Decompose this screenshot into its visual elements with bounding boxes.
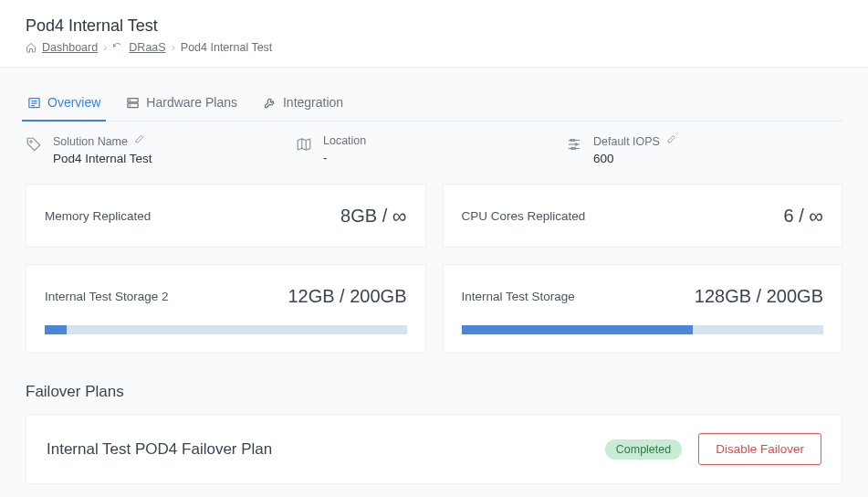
card-label: Internal Test Storage 2 [45, 290, 169, 303]
breadcrumb-separator: › [103, 41, 107, 54]
page-header: Pod4 Internal Test Dashboard › DRaaS › P… [0, 0, 868, 68]
edit-icon[interactable] [133, 134, 144, 148]
failover-plan-name: Internal Test POD4 Failover Plan [47, 440, 272, 459]
stats-grid: Memory Replicated 8GB / ∞ CPU Cores Repl… [26, 184, 842, 354]
failover-plans-title: Failover Plans [26, 383, 842, 401]
info-location: Location - [296, 134, 566, 165]
card-value: 12GB / 200GB [288, 286, 406, 307]
status-badge: Completed [605, 439, 682, 460]
card-value: 6 / ∞ [784, 204, 823, 227]
breadcrumb: Dashboard › DRaaS › Pod4 Internal Test [26, 41, 842, 54]
home-icon [26, 42, 37, 53]
failover-plan-actions: Completed Disable Failover [605, 433, 821, 465]
progress-fill [45, 325, 67, 334]
refresh-icon [112, 42, 123, 53]
breadcrumb-separator: › [172, 41, 175, 54]
svg-point-7 [130, 105, 131, 106]
breadcrumb-current: Pod4 Internal Test [181, 41, 273, 54]
overview-info-row: Solution Name Pod4 Internal Test Locatio… [26, 134, 842, 165]
abacus-icon [566, 134, 582, 155]
tab-overview[interactable]: Overview [26, 86, 102, 121]
progress-bar [462, 325, 824, 334]
info-label: Location [323, 134, 366, 147]
tab-label: Overview [47, 95, 100, 110]
svg-point-13 [573, 139, 575, 141]
info-default-iops: Default IOPS 600 [566, 134, 836, 165]
svg-point-12 [570, 139, 572, 141]
list-icon [27, 96, 41, 110]
map-icon [296, 134, 312, 155]
svg-point-8 [30, 141, 32, 143]
svg-point-15 [571, 147, 573, 149]
failover-plan-card: Internal Test POD4 Failover Plan Complet… [26, 414, 842, 484]
card-label: CPU Cores Replicated [462, 209, 586, 223]
progress-bar [45, 325, 407, 334]
info-value: - [323, 151, 366, 164]
card-internal-test-storage-2: Internal Test Storage 2 12GB / 200GB [26, 264, 426, 354]
breadcrumb-dashboard-link[interactable]: Dashboard [42, 41, 98, 54]
svg-point-14 [575, 143, 577, 145]
server-icon [126, 96, 140, 110]
card-memory-replicated: Memory Replicated 8GB / ∞ [26, 184, 426, 248]
page-title: Pod4 Internal Test [26, 16, 842, 36]
tab-label: Integration [283, 95, 343, 110]
info-value: Pod4 Internal Test [53, 152, 152, 165]
card-value: 128GB / 200GB [695, 286, 823, 307]
wrench-icon [263, 96, 277, 110]
svg-point-6 [130, 100, 131, 100]
tab-integration[interactable]: Integration [261, 86, 345, 121]
progress-fill [462, 325, 694, 334]
info-label: Solution Name [53, 134, 152, 148]
content-area: Overview Hardware Plans Integration Solu… [0, 86, 868, 497]
info-solution-name: Solution Name Pod4 Internal Test [26, 134, 296, 165]
breadcrumb-draas-link[interactable]: DRaaS [129, 41, 165, 54]
tab-label: Hardware Plans [146, 95, 237, 110]
card-label: Internal Test Storage [462, 290, 575, 303]
card-cpu-cores-replicated: CPU Cores Replicated 6 / ∞ [443, 184, 843, 248]
card-label: Memory Replicated [45, 209, 151, 223]
svg-point-16 [574, 147, 576, 149]
disable-failover-button[interactable]: Disable Failover [698, 433, 821, 465]
tab-hardware-plans[interactable]: Hardware Plans [124, 86, 239, 121]
tag-icon [26, 134, 42, 155]
info-value: 600 [593, 152, 676, 165]
edit-icon[interactable] [665, 134, 676, 148]
tabs: Overview Hardware Plans Integration [26, 86, 842, 122]
info-label: Default IOPS [593, 134, 676, 148]
card-internal-test-storage: Internal Test Storage 128GB / 200GB [443, 264, 843, 354]
card-value: 8GB / ∞ [340, 204, 406, 227]
